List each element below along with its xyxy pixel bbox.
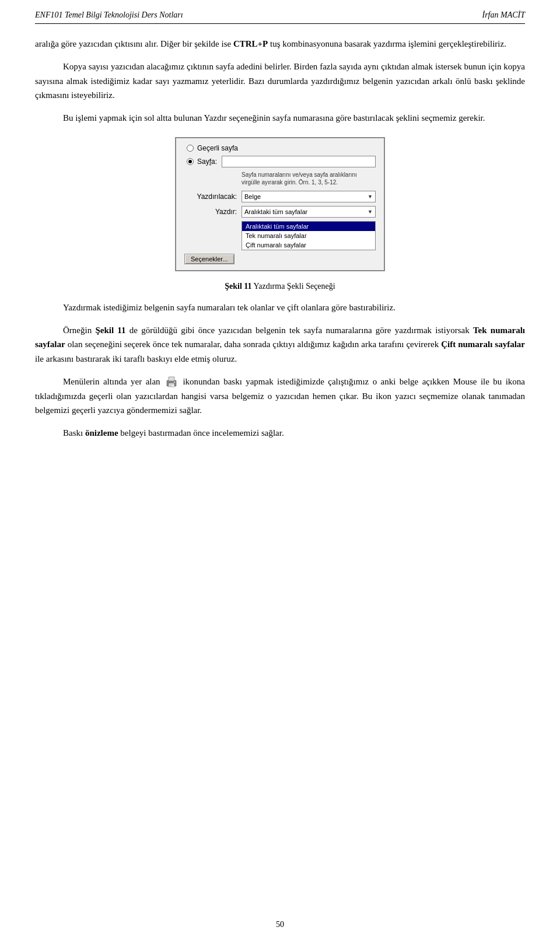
p1-text: aralığa göre yazıcıdan çıktısını alır. D…	[35, 39, 506, 48]
figure-caption-rest: Yazdırma Şekli Seçeneği	[252, 282, 335, 291]
button-row: Seçenekler...	[184, 254, 376, 264]
secenekler-button[interactable]: Seçenekler...	[184, 254, 235, 264]
paragraph-6: Örneğin Şekil 11 de görüldüğü gibi önce …	[35, 323, 525, 366]
gecerli-sayfa-radio[interactable]	[187, 145, 194, 152]
sayfa-hint: Sayfa numaralarını ve/veya sayfa aralıkl…	[242, 171, 376, 186]
p8-baskı: Baskı	[63, 428, 85, 438]
paragraph-2: Kopya sayısı yazıcıdan alacağımız çıktın…	[35, 60, 525, 103]
dropdown-item-1[interactable]: Tek numaralı sayfalar	[242, 231, 375, 240]
yazdir-select[interactable]: Aralıktaki tüm sayfalar ▼	[242, 206, 376, 218]
figure-caption: Şekil 11 Yazdırma Şekli Seçeneği	[35, 282, 525, 291]
printer-icon	[165, 376, 178, 389]
svg-rect-4	[169, 386, 172, 386]
sayfa-input[interactable]	[222, 156, 376, 167]
yazdir-row: Yazdır: Aralıktaki tüm sayfalar ▼	[184, 206, 376, 218]
header-right: İrfan MACİT	[482, 11, 526, 20]
figure-caption-bold: Şekil 11	[225, 282, 251, 291]
p5-text: Yazdırmak istediğimiz belgenin sayfa num…	[63, 303, 396, 312]
yazdir-arrow: ▼	[368, 209, 373, 215]
print-dialog[interactable]: Geçerli sayfa Sayfa: Sayfa numaralarını …	[175, 137, 385, 271]
page-number: 50	[276, 920, 284, 929]
yazdirilacak-select[interactable]: Belge ▼	[242, 191, 376, 202]
yazdir-dropdown-list[interactable]: Aralıktaki tüm sayfalar Tek numaralı say…	[242, 221, 376, 250]
dialog-container: Geçerli sayfa Sayfa: Sayfa numaralarını …	[35, 137, 525, 271]
sayfa-row[interactable]: Sayfa:	[187, 156, 376, 167]
header-left: ENF101 Temel Bilgi Teknolojisi Ders Notl…	[35, 11, 183, 20]
yazdir-value: Aralıktaki tüm sayfalar	[244, 208, 307, 215]
p2-text: Kopya sayısı yazıcıdan alacağımız çıktın…	[35, 62, 525, 100]
p6-pre: Örneğin	[63, 326, 95, 335]
yazdirilacak-row: Yazdırılacak: Belge ▼	[184, 191, 376, 202]
svg-point-5	[174, 382, 175, 383]
dropdown-item-0[interactable]: Aralıktaki tüm sayfalar	[242, 222, 375, 231]
p6-bold1: Şekil 11	[95, 326, 125, 335]
yazdirilacak-value: Belge	[244, 193, 261, 200]
p8-rest: belgeyi bastırmadan önce incelememizi sa…	[118, 428, 284, 438]
yazdirilacak-arrow: ▼	[368, 194, 373, 200]
p6-mid2: olan seçeneğini seçerek önce tek numaral…	[65, 340, 442, 349]
paragraph-8: Baskı önizleme belgeyi bastırmadan önce …	[35, 426, 525, 440]
gecerli-sayfa-label: Geçerli sayfa	[197, 144, 238, 152]
yazdirilacak-label: Yazdırılacak:	[184, 193, 237, 201]
sayfa-radio[interactable]	[187, 158, 194, 165]
svg-rect-1	[169, 377, 174, 381]
p3-text: Bu işlemi yapmak için sol altta bulunan …	[63, 113, 485, 123]
paragraph-1: aralığa göre yazıcıdan çıktısını alır. D…	[35, 37, 525, 51]
p7-pre: Menülerin altında yer alan	[63, 377, 164, 386]
dropdown-item-2[interactable]: Çift numaralı sayfalar	[242, 240, 375, 250]
paragraph-3: Bu işlemi yapmak için sol altta bulunan …	[35, 111, 525, 125]
p8-bold: önizleme	[85, 428, 118, 438]
p6-bold3: Çift numaralı sayfalar	[441, 340, 525, 349]
gecerli-sayfa-row[interactable]: Geçerli sayfa	[187, 144, 376, 152]
yazdir-label: Yazdır:	[184, 208, 237, 216]
paragraph-7: Menülerin altında yer alan ikonundan bas…	[35, 375, 525, 418]
page-header: ENF101 Temel Bilgi Teknolojisi Ders Notl…	[35, 11, 525, 24]
sayfa-label: Sayfa:	[197, 158, 217, 166]
paragraph-5: Yazdırmak istediğimiz belgenin sayfa num…	[35, 300, 525, 315]
p6-end: ile arkasını bastırarak iki taraflı bask…	[35, 354, 237, 363]
svg-rect-3	[169, 384, 174, 385]
p6-mid1: de görüldüğü gibi önce yazıcıdan belgeni…	[126, 326, 473, 335]
page-footer: 50	[0, 920, 560, 929]
